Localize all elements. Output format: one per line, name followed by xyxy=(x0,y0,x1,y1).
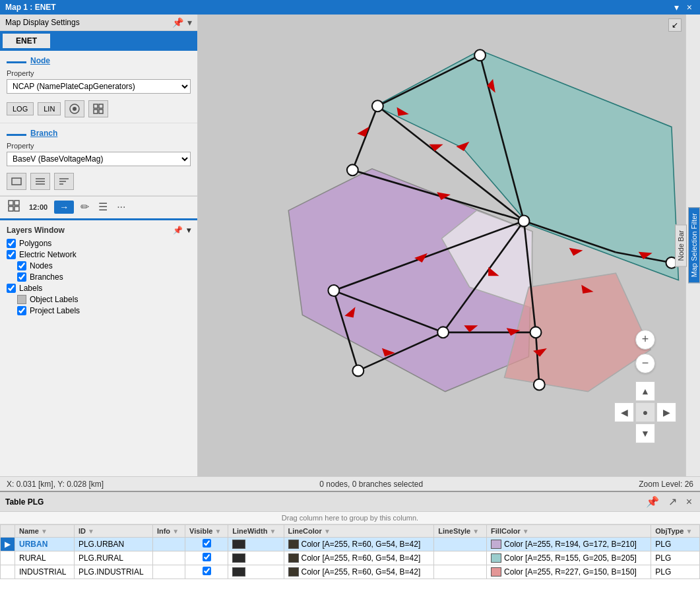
node-7[interactable] xyxy=(530,327,542,338)
visible-sort-icon[interactable]: ▼ xyxy=(214,528,221,535)
visible-checkbox-urban[interactable] xyxy=(203,539,211,548)
layer-polygons-checkbox[interactable] xyxy=(7,239,16,248)
cell-objtype-urban: PLG xyxy=(651,538,700,551)
zoom-in-button[interactable]: + xyxy=(635,330,655,350)
nav-right-button[interactable]: ▶ xyxy=(656,402,676,422)
cell-info-urban xyxy=(152,538,185,551)
nav-center-button[interactable]: ● xyxy=(635,402,655,422)
lin-button[interactable]: LIN xyxy=(38,102,61,115)
layer-branches: Branches xyxy=(7,272,191,282)
zoom-text: Zoom Level: 26 xyxy=(639,480,693,489)
node-2[interactable] xyxy=(474,49,486,61)
down-arrow-icon[interactable]: ▾ xyxy=(187,17,192,28)
col-linecolor: LineColor ▼ xyxy=(284,525,434,538)
layers-header-icons: 📌 ▾ xyxy=(173,226,191,235)
row-indicator-industrial xyxy=(1,565,15,579)
objtype-sort-icon[interactable]: ▼ xyxy=(685,528,692,535)
cell-objtype-industrial: PLG xyxy=(651,565,700,579)
nav-up-button[interactable]: ▲ xyxy=(635,381,655,401)
list-toolbar-btn[interactable]: ☰ xyxy=(96,199,110,214)
cell-info-rural xyxy=(152,551,185,565)
cell-linestyle-rural xyxy=(434,551,487,565)
nav-pad: ▲ ◀ ● ▶ ▼ xyxy=(614,381,676,443)
dots-toolbar-btn[interactable]: ··· xyxy=(114,200,128,214)
layer-labels-checkbox[interactable] xyxy=(7,284,16,293)
branch-icon-2[interactable] xyxy=(30,173,50,190)
svg-marker-30 xyxy=(568,248,583,257)
node-6[interactable] xyxy=(437,327,449,338)
layer-branches-checkbox[interactable] xyxy=(17,272,26,282)
enet-tab[interactable]: ENET xyxy=(3,34,50,48)
table-row[interactable]: INDUSTRIAL PLG.INDUSTRIAL Color [A=255, … xyxy=(1,565,700,579)
node-5[interactable] xyxy=(328,285,339,296)
node-property-dropdown[interactable]: NCAP (NamePlateCapGenerators) xyxy=(7,79,191,94)
cell-id-urban: PLG.URBAN xyxy=(74,538,152,551)
node-9[interactable] xyxy=(352,365,364,376)
layer-nodes-label: Nodes xyxy=(30,261,53,270)
node-icon-row: LOG LIN xyxy=(7,98,191,120)
id-sort-icon[interactable]: ▼ xyxy=(88,528,94,535)
linecolor-sort-icon[interactable]: ▼ xyxy=(324,528,331,535)
svg-rect-5 xyxy=(99,110,103,113)
minimize-button[interactable]: ▾ xyxy=(672,2,682,13)
node-4[interactable] xyxy=(519,215,530,226)
node-bar-tab[interactable]: Node Bar xyxy=(675,224,687,266)
nav-down-button[interactable]: ▼ xyxy=(635,423,655,443)
visible-checkbox-industrial[interactable] xyxy=(203,567,211,575)
branch-property-dropdown[interactable]: BaseV (BaseVoltageMag) xyxy=(7,152,191,166)
table-pin-button[interactable]: 📌 xyxy=(643,494,662,509)
svg-rect-3 xyxy=(99,104,103,108)
grid-toolbar-btn[interactable] xyxy=(5,199,22,216)
layer-project-checkbox[interactable] xyxy=(17,306,26,315)
title-bar: Map 1 : ENET ▾ × xyxy=(0,0,700,15)
cell-id-industrial: PLG.INDUSTRIAL xyxy=(74,565,152,579)
clock-toolbar-btn[interactable]: 12:00 xyxy=(26,202,50,212)
linewidth-sort-icon[interactable]: ▼ xyxy=(269,528,276,535)
bottom-toolbar: 12:00 → ✏ ☰ ··· xyxy=(0,196,197,217)
cell-fillcolor-industrial: Color [A=255, R=227, G=150, B=150] xyxy=(487,565,651,579)
fillcolor-sort-icon[interactable]: ▼ xyxy=(523,528,529,535)
map-svg xyxy=(198,15,685,476)
table-close-button[interactable]: × xyxy=(684,494,695,509)
layers-down-icon[interactable]: ▾ xyxy=(187,226,191,235)
table-row[interactable]: ▶ URBAN PLG.URBAN Color [A=255, R=60, G=… xyxy=(1,538,700,551)
table-expand-button[interactable]: ↗ xyxy=(666,494,680,509)
branch-icon-3[interactable] xyxy=(54,173,74,190)
map-expand-button[interactable]: ↙ xyxy=(668,18,682,32)
node-3[interactable] xyxy=(347,164,358,175)
close-button[interactable]: × xyxy=(684,2,695,13)
tab-bar: ENET xyxy=(0,31,197,51)
branch-icon-1[interactable] xyxy=(7,173,26,190)
cell-linewidth-urban xyxy=(228,538,284,551)
table-row[interactable]: RURAL PLG.RURAL Color [A=255, R=60, G=54… xyxy=(1,551,700,565)
svg-rect-15 xyxy=(9,206,13,211)
grid-icon-button[interactable] xyxy=(88,100,108,117)
layers-pin-icon[interactable]: 📌 xyxy=(173,226,183,235)
layers-header: Layers Window 📌 ▾ xyxy=(7,226,191,235)
zoom-out-button[interactable]: − xyxy=(635,354,655,373)
log-button[interactable]: LOG xyxy=(7,102,34,115)
name-sort-icon[interactable]: ▼ xyxy=(41,528,48,535)
pin-icon[interactable]: 📌 xyxy=(172,17,183,28)
info-sort-icon[interactable]: ▼ xyxy=(172,528,179,535)
map-area[interactable]: ↙ + − ▲ ◀ ● ▶ ▼ xyxy=(198,15,685,476)
row-indicator-urban: ▶ xyxy=(1,538,15,551)
nav-left-button[interactable]: ◀ xyxy=(614,402,634,422)
pencil-toolbar-btn[interactable]: ✏ xyxy=(78,199,92,214)
layer-electric-checkbox[interactable] xyxy=(7,250,16,259)
layer-object-icon xyxy=(17,295,26,304)
circle-icon-button[interactable] xyxy=(65,100,84,117)
visible-checkbox-rural[interactable] xyxy=(203,553,211,561)
col-info: Info ▼ xyxy=(152,525,185,538)
svg-point-1 xyxy=(73,107,77,111)
linestyle-sort-icon[interactable]: ▼ xyxy=(472,528,479,535)
node-1[interactable] xyxy=(372,100,383,111)
layer-nodes-checkbox[interactable] xyxy=(17,261,26,270)
layer-labels: Labels xyxy=(7,284,191,293)
arrow-toolbar-btn[interactable]: → xyxy=(54,201,74,214)
map-selection-filter-tab[interactable]: Map Selection Filter xyxy=(688,207,700,283)
cell-visible-rural xyxy=(185,551,228,565)
layer-polygons: Polygons xyxy=(7,239,191,248)
node-10[interactable] xyxy=(534,379,545,391)
cell-id-rural: PLG.RURAL xyxy=(74,551,152,565)
